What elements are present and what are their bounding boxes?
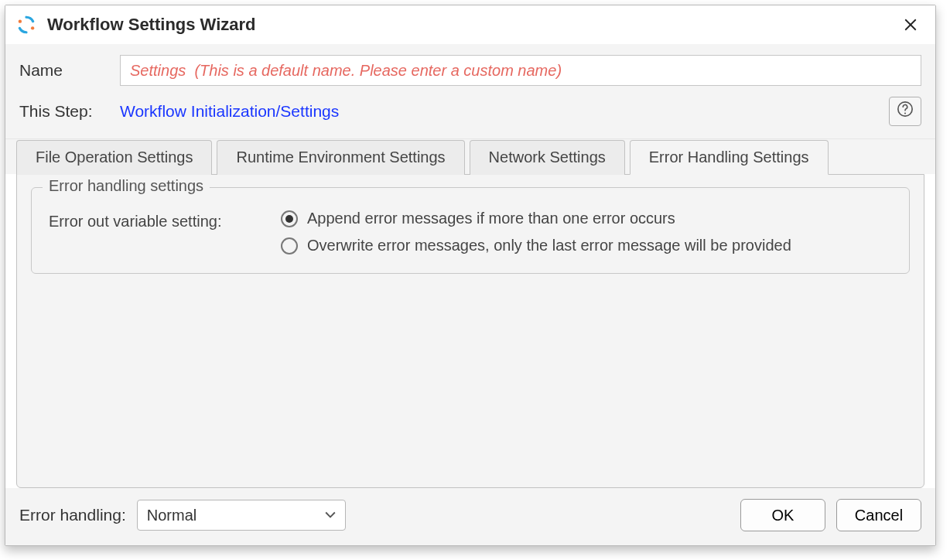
error-out-setting-label: Error out variable setting: bbox=[49, 210, 281, 230]
name-row: Name bbox=[19, 55, 921, 86]
form-area: Name This Step: Workflow Initialization/… bbox=[5, 44, 935, 139]
footer: Error handling: Normal OK Cancel bbox=[5, 488, 935, 545]
error-out-setting-row: Error out variable setting: Append error… bbox=[49, 210, 892, 254]
name-input[interactable] bbox=[120, 55, 921, 86]
titlebar: Workflow Settings Wizard bbox=[5, 5, 935, 44]
tab-content: Error handling settings Error out variab… bbox=[16, 174, 924, 488]
close-icon[interactable] bbox=[895, 9, 926, 40]
fieldset-legend: Error handling settings bbox=[43, 177, 210, 195]
radio-overwrite-errors[interactable]: Overwrite error messages, only the last … bbox=[281, 237, 791, 254]
name-input-wrap bbox=[120, 55, 921, 86]
step-row: This Step: Workflow Initialization/Setti… bbox=[19, 97, 921, 126]
svg-point-5 bbox=[904, 112, 906, 114]
radio-append-errors[interactable]: Append error messages if more than one e… bbox=[281, 210, 791, 227]
step-label: This Step: bbox=[19, 102, 120, 121]
name-label: Name bbox=[19, 61, 120, 80]
radio-icon bbox=[281, 210, 298, 227]
tab-network[interactable]: Network Settings bbox=[470, 140, 625, 175]
chevron-down-icon bbox=[325, 509, 336, 521]
radio-label: Append error messages if more than one e… bbox=[307, 210, 675, 227]
radio-label: Overwrite error messages, only the last … bbox=[307, 237, 791, 254]
svg-point-1 bbox=[31, 26, 34, 29]
select-value: Normal bbox=[147, 507, 325, 524]
tab-file-operation[interactable]: File Operation Settings bbox=[16, 140, 212, 175]
help-icon bbox=[897, 101, 914, 122]
wizard-window: Workflow Settings Wizard Name This Step:… bbox=[5, 5, 936, 546]
help-button[interactable] bbox=[889, 97, 921, 126]
radio-icon bbox=[281, 237, 298, 254]
app-icon bbox=[16, 15, 36, 35]
error-out-radio-group: Append error messages if more than one e… bbox=[281, 210, 791, 254]
svg-point-0 bbox=[19, 20, 22, 23]
tab-error-handling[interactable]: Error Handling Settings bbox=[630, 140, 829, 175]
error-handling-label: Error handling: bbox=[19, 506, 126, 524]
error-handling-select[interactable]: Normal bbox=[137, 500, 346, 531]
ok-button[interactable]: OK bbox=[740, 499, 825, 531]
cancel-button[interactable]: Cancel bbox=[836, 499, 921, 531]
error-handling-fieldset: Error handling settings Error out variab… bbox=[31, 187, 910, 274]
tabstrip: File Operation Settings Runtime Environm… bbox=[5, 139, 935, 174]
step-link[interactable]: Workflow Initialization/Settings bbox=[120, 102, 339, 121]
window-title: Workflow Settings Wizard bbox=[47, 15, 895, 35]
tab-runtime-env[interactable]: Runtime Environment Settings bbox=[217, 140, 464, 175]
